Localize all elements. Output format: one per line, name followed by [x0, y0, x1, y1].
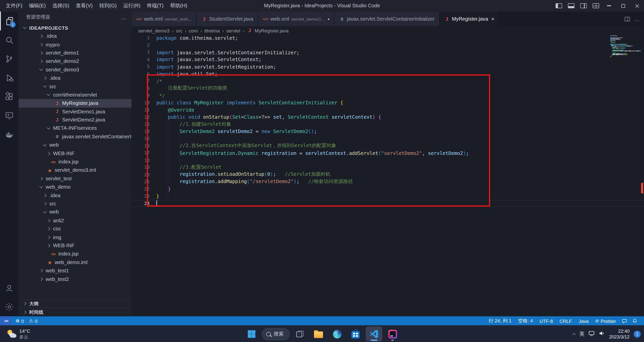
tree-item[interactable]: servlet_test — [19, 175, 132, 183]
notifications-button[interactable] — [630, 318, 640, 323]
menubar-item[interactable]: 运行(R) — [120, 0, 144, 12]
editor-tab[interactable]: ≡javax.servlet.ServletContainerInitializ… — [335, 12, 440, 26]
tree-item[interactable]: src — [19, 82, 132, 91]
activity-search[interactable] — [0, 30, 19, 49]
tree-item[interactable]: JServletDemo2.java — [19, 116, 132, 124]
toggle-panel-button[interactable] — [565, 0, 577, 12]
code-line[interactable]: 4import javax.servlet.ServletContext; — [132, 56, 644, 63]
menubar-item[interactable]: 帮助(H) — [167, 0, 191, 12]
activity-settings[interactable] — [0, 297, 19, 316]
breadcrumb-item[interactable]: servlet — [226, 28, 240, 33]
explorer-section-header[interactable]: IDEAPROJECTS — [19, 23, 132, 32]
taskbar-start-icon[interactable] — [243, 327, 260, 341]
taskbar-search-icon[interactable]: 搜索 — [262, 327, 290, 341]
tree-item[interactable]: anli2 — [19, 216, 132, 225]
weather-widget[interactable]: 14°C 多云 — [4, 326, 32, 342]
volume-button[interactable] — [599, 330, 605, 338]
activity-docker[interactable] — [0, 125, 19, 144]
tree-item[interactable]: src — [19, 200, 132, 208]
taskbar-idea-icon[interactable] — [384, 327, 401, 341]
eol[interactable]: CRLF — [556, 318, 575, 323]
activity-accounts[interactable] — [0, 278, 19, 297]
tree-item[interactable]: <>index.jsp — [19, 250, 132, 258]
more-actions-icon[interactable]: … — [634, 16, 640, 22]
indentation[interactable]: 空格: 4 — [515, 318, 536, 324]
line-number[interactable]: 2 — [132, 42, 150, 48]
taskbar-file-explorer-icon[interactable] — [310, 327, 327, 341]
menubar-item[interactable]: 文件(F) — [3, 0, 26, 12]
toggle-secondary-sidebar-button[interactable] — [577, 0, 590, 12]
split-editor-icon[interactable] — [625, 17, 630, 21]
tree-item[interactable]: .idea — [19, 74, 132, 82]
tree-item[interactable]: META-INF\services — [19, 124, 132, 133]
breadcrumb-item[interactable]: itheima — [204, 28, 220, 33]
tree-item[interactable]: <>index.jsp — [19, 158, 132, 166]
tree-item[interactable]: mypro — [19, 40, 132, 49]
taskbar-search-pill[interactable]: 搜索 — [262, 328, 290, 340]
activity-remote-explorer[interactable] — [0, 106, 19, 125]
editor-tab[interactable]: JMyRegister.java× — [440, 12, 499, 26]
activity-explorer[interactable]: 1 — [0, 12, 19, 30]
tree-item[interactable]: servlet_demo3 — [19, 66, 132, 74]
sidebar-section-timeline[interactable]: 时间线 — [19, 308, 132, 316]
menubar-item[interactable]: 转到(G) — [96, 0, 120, 12]
line-number[interactable]: 1 — [132, 35, 150, 41]
editor-tab[interactable]: </>web.xmlservlet_demo1\...● — [258, 12, 335, 26]
menubar-item[interactable]: 查看(V) — [73, 0, 96, 12]
tree-item[interactable]: WEB-INF — [19, 149, 132, 158]
close-tab-icon[interactable]: × — [491, 16, 494, 22]
line-number[interactable]: 3 — [132, 50, 150, 55]
feedback-button[interactable] — [619, 318, 630, 323]
sidebar-more-actions-icon[interactable]: … — [121, 14, 127, 20]
editor-tab[interactable]: JStudentServlet.java — [197, 12, 258, 26]
menubar-item[interactable]: 终端(T) — [144, 0, 167, 12]
customize-layout-button[interactable] — [590, 0, 602, 12]
tree-item[interactable]: web_test2 — [19, 275, 132, 283]
taskbar-edge-icon[interactable] — [329, 327, 345, 341]
toggle-sidebar-button[interactable] — [553, 0, 565, 12]
clock[interactable]: 22:40 2023/3/12 — [609, 328, 629, 340]
tree-item[interactable]: ▣servlet_demo3.iml — [19, 166, 132, 174]
code-line[interactable]: 5import javax.servlet.ServletRegistratio… — [132, 63, 644, 71]
tree-item[interactable]: web — [19, 141, 132, 149]
menubar-item[interactable]: 编辑(E) — [26, 0, 49, 12]
code-line[interactable]: 3import javax.servlet.ServletContainerIn… — [132, 49, 644, 56]
minimap[interactable] — [610, 35, 640, 58]
activity-extensions[interactable] — [0, 87, 19, 106]
breadcrumb-item[interactable]: src — [176, 28, 182, 33]
tree-item[interactable]: css — [19, 225, 132, 233]
tree-item[interactable]: JMyRegister.java — [19, 99, 132, 107]
tree-item[interactable]: .idea — [19, 191, 132, 199]
notification-count-badge[interactable]: 1 — [634, 330, 641, 337]
sidebar-section-outline[interactable]: 大纲 — [19, 299, 132, 308]
remote-indicator[interactable]: >< — [0, 316, 12, 325]
tree-item[interactable]: web_demo — [19, 183, 132, 191]
menubar-item[interactable]: 选择(S) — [49, 0, 73, 12]
tree-item[interactable]: com\itheima\servlet — [19, 91, 132, 99]
tree-item[interactable]: ▣web_demo.iml — [19, 258, 132, 267]
breadcrumb-item[interactable]: servlet_demo3 — [138, 28, 169, 33]
code-line[interactable]: 2 — [132, 42, 644, 49]
activity-run-debug[interactable] — [0, 68, 19, 87]
cursor-position[interactable]: 行 24, 列 1 — [485, 318, 515, 324]
prettier[interactable]: ⊘Prettier — [592, 318, 619, 323]
activity-source-control[interactable] — [0, 49, 19, 68]
taskbar-store-icon[interactable] — [347, 327, 364, 341]
breadcrumb-item[interactable]: JMyRegister.java — [247, 28, 289, 33]
tree-item[interactable]: WEB-INF — [19, 241, 132, 250]
problems-indicator[interactable]: ⊗ 0 ⚠ 0 — [12, 318, 41, 324]
tree-item[interactable]: .idea — [19, 32, 132, 40]
maximize-button[interactable] — [616, 0, 630, 12]
tree-item[interactable]: ≡javax.servlet.ServletContainerInitializ… — [19, 133, 132, 141]
editor-tab[interactable]: </>web.xmlservlet_test\... — [132, 12, 197, 26]
tree-item[interactable]: web_test1 — [19, 267, 132, 275]
close-button[interactable] — [630, 0, 644, 12]
tree-item[interactable]: img — [19, 233, 132, 241]
tree-item[interactable]: servlet_demo2 — [19, 57, 132, 65]
code-line[interactable]: 1package com.itheima.servlet; — [132, 34, 644, 42]
taskbar-task-view-icon[interactable] — [292, 327, 308, 341]
input-language-indicator[interactable]: 英 — [580, 330, 585, 337]
language-mode[interactable]: Java — [575, 318, 592, 323]
line-number[interactable]: 5 — [132, 64, 150, 69]
encoding[interactable]: UTF-8 — [536, 318, 556, 323]
